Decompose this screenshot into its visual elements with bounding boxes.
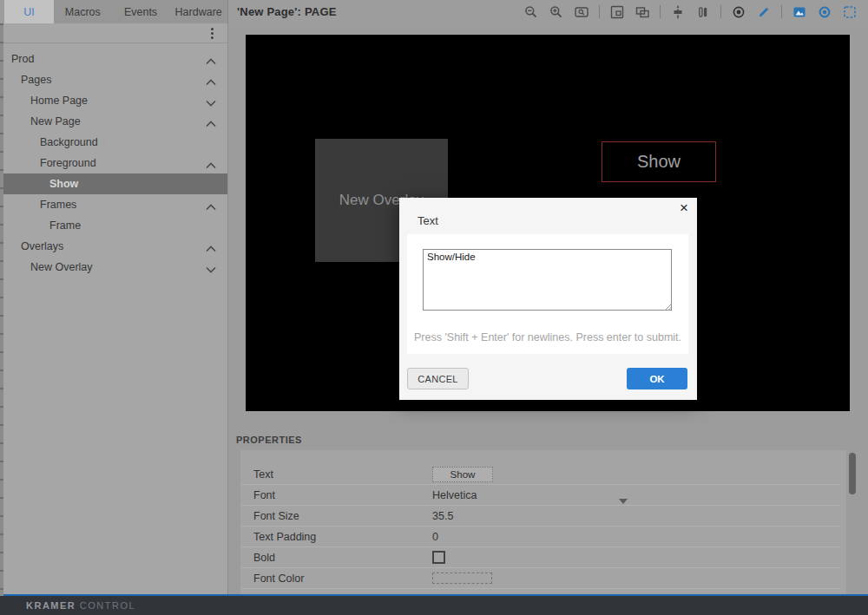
property-label: Font Color (240, 572, 432, 585)
chevron-up-icon[interactable] (206, 118, 216, 125)
property-row-font-color: Font Color (240, 568, 839, 589)
tree-item-frames[interactable]: Frames (0, 194, 227, 215)
property-value-text[interactable]: 0 (432, 531, 438, 543)
chevron-up-icon[interactable] (206, 56, 216, 62)
tab-macros[interactable]: Macros (54, 0, 112, 23)
zoom-out-icon[interactable] (523, 4, 539, 20)
property-value: 35.5 (432, 510, 839, 522)
sidebar-tree: Prod Pages Home Page New Page Background… (0, 43, 227, 278)
property-value-text[interactable]: 35.5 (432, 510, 453, 522)
font-color-swatch[interactable] (432, 572, 492, 584)
property-row-text: Text Show (240, 464, 839, 485)
flip-horizontal-icon[interactable] (695, 4, 711, 20)
tree-item-label: Frame (49, 219, 81, 232)
chevron-up-icon[interactable] (206, 201, 216, 208)
property-row-font: Font Helvetica (240, 485, 839, 506)
tab-ui[interactable]: UI (4, 0, 54, 23)
dialog-hint: Press 'Shift + Enter' for newlines. Pres… (407, 331, 688, 343)
tree-item-foreground[interactable]: Foreground (0, 153, 227, 173)
toolbar-separator (599, 5, 600, 18)
properties-panel: Text Show Font Helvetica Font Size 35.5 … (240, 450, 846, 595)
chevron-down-icon[interactable] (206, 97, 216, 104)
canvas-toolbar (523, 0, 858, 23)
top-bar: UI MacrosEventsHardware 'New Page': PAGE (0, 0, 868, 23)
property-row-font-size: Font Size 35.5 (240, 506, 839, 527)
dialog-title: Text (418, 214, 438, 227)
show-button-widget-label: Show (637, 152, 681, 172)
property-value: Helvetica (432, 489, 839, 501)
font-select-value[interactable]: Helvetica (432, 489, 477, 501)
kebab-menu-icon[interactable] (207, 25, 217, 42)
sidebar-header (0, 23, 227, 43)
tree-item-label: Background (40, 136, 98, 148)
property-label: Font (240, 489, 432, 501)
tree-item-background[interactable]: Background (0, 132, 227, 153)
tree-item-overlays[interactable]: Overlays (0, 236, 227, 257)
zoom-in-icon[interactable] (549, 4, 564, 20)
page-title: 'New Page': PAGE (228, 0, 337, 23)
properties-header: PROPERTIES (236, 435, 302, 445)
preview-icon[interactable] (574, 4, 589, 20)
properties-scrollbar[interactable] (849, 453, 856, 494)
property-value: 0 (432, 531, 839, 543)
tree-item-show[interactable]: Show (0, 173, 227, 194)
property-label: Font Size (240, 510, 432, 522)
tree-item-label: Pages (21, 74, 51, 86)
dialog-body: Press 'Shift + Enter' for newlines. Pres… (407, 234, 688, 354)
bold-checkbox[interactable] (432, 551, 445, 564)
target-icon[interactable] (731, 4, 746, 20)
property-label: Text (240, 468, 432, 481)
toolbar-separator (720, 5, 721, 18)
chevron-up-icon[interactable] (206, 76, 216, 83)
kramer-logo: KRAMER CONTROL (26, 600, 135, 611)
sidebar: Prod Pages Home Page New Page Background… (0, 23, 228, 596)
tree-item-new-overlay[interactable]: New Overlay (0, 257, 227, 278)
text-edit-dialog: × Text Press 'Shift + Enter' for newline… (399, 198, 697, 400)
marquee-icon[interactable] (842, 4, 858, 20)
group-icon[interactable] (609, 4, 625, 20)
caret-down-icon[interactable] (619, 494, 628, 507)
arrange-icon[interactable] (635, 4, 650, 20)
property-row-bold: Bold (240, 547, 839, 568)
flip-vertical-icon[interactable] (670, 4, 686, 20)
text-input[interactable] (423, 249, 672, 311)
tree-item-new-page[interactable]: New Page (0, 111, 227, 132)
close-icon[interactable]: × (680, 200, 688, 215)
tree-item-prod[interactable]: Prod (0, 49, 227, 69)
chevron-up-icon[interactable] (206, 160, 216, 167)
cancel-button[interactable]: CANCEL (407, 368, 469, 389)
app-window: UI MacrosEventsHardware 'New Page': PAGE… (0, 0, 868, 615)
tree-item-frame[interactable]: Frame (0, 215, 227, 236)
toolbar-separator (781, 5, 782, 18)
footer-bar: KRAMER CONTROL (0, 596, 868, 615)
toolbar-separator (660, 5, 661, 18)
chevron-down-icon[interactable] (206, 264, 216, 271)
property-value (432, 572, 839, 584)
tree-item-label: Foreground (40, 157, 96, 169)
tree-item-label: Frames (40, 199, 76, 211)
tab-strip: MacrosEventsHardware (54, 0, 228, 23)
property-row-text-padding: Text Padding 0 (240, 527, 839, 547)
tree-item-home-page[interactable]: Home Page (0, 90, 227, 111)
tree-item-label: Home Page (30, 95, 88, 107)
tree-item-label: Overlays (21, 240, 63, 252)
property-label: Bold (240, 552, 432, 564)
tree-item-label: Prod (11, 53, 34, 65)
ok-button[interactable]: OK (627, 368, 687, 389)
tree-item-label: New Page (30, 115, 81, 128)
tree-item-label: New Overlay (30, 261, 93, 273)
tab-hardware[interactable]: Hardware (169, 0, 227, 23)
property-label: Text Padding (240, 531, 432, 543)
image-icon[interactable] (792, 4, 807, 20)
property-text-button[interactable]: Show (432, 467, 493, 482)
edit-pencil-icon[interactable] (756, 4, 772, 20)
chevron-up-icon[interactable] (206, 243, 216, 250)
show-button-widget[interactable]: Show (602, 141, 716, 182)
property-value: Show (432, 467, 839, 482)
tab-events[interactable]: Events (112, 0, 170, 23)
tree-item-label: Show (49, 178, 78, 190)
sidebar-scrollbar[interactable] (0, 23, 3, 596)
property-value (432, 551, 839, 564)
tree-item-pages[interactable]: Pages (0, 69, 227, 90)
record-icon[interactable] (817, 4, 832, 20)
